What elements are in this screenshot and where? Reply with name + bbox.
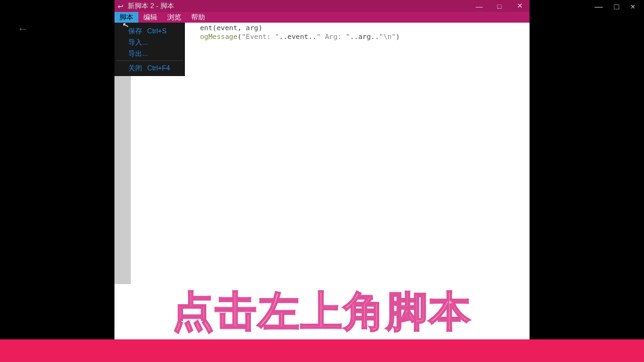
menu-bar: 脚本 编辑 浏览 帮助 保存 Ctrl+S 导入... 导出... 关闭 Ctr… [114,12,530,23]
back-button[interactable]: ← [17,23,28,36]
menu-close-label: 关闭 [128,63,142,73]
code-editor[interactable]: ent(event, arg) ogMessage("Event: "..eve… [131,23,530,326]
maximize-button[interactable]: □ [489,0,509,12]
menu-export-label: 导出... [128,49,148,58]
menu-edit[interactable]: 编辑 [138,12,162,23]
menu-export[interactable]: 导出... [114,48,185,59]
menu-separator [116,60,183,61]
menu-close[interactable]: 关闭 Ctrl+F4 [114,62,185,74]
minimize-button[interactable]: — [469,0,489,12]
menu-save-label: 保存 [128,26,142,36]
app-icon: ↩ [118,3,125,10]
menu-browse[interactable]: 浏览 [162,12,186,23]
annotation-text: 点击左上角脚本 [172,283,472,340]
menu-import[interactable]: 导入... [114,36,185,48]
outer-close-button[interactable]: × [630,3,635,11]
window-controls: — □ ✕ [469,0,530,12]
outer-maximize-button[interactable]: □ [614,3,619,11]
window-title: 新脚本 2 - 脚本 [128,1,174,11]
window-titlebar[interactable]: ↩ 新脚本 2 - 脚本 — □ ✕ [114,0,530,12]
script-menu-dropdown: 保存 Ctrl+S 导入... 导出... 关闭 Ctrl+F4 [114,23,185,76]
outer-window-controls: — □ × [595,0,644,13]
progress-bar[interactable] [0,339,644,362]
close-button[interactable]: ✕ [509,0,530,12]
tutorial-annotation: 点击左上角脚本 [114,284,530,339]
outer-minimize-button[interactable]: — [595,3,603,11]
menu-import-label: 导入... [128,38,148,47]
menu-save-shortcut: Ctrl+S [147,27,167,35]
menu-close-shortcut: Ctrl+F4 [147,64,170,72]
menu-help[interactable]: 帮助 [186,12,210,23]
